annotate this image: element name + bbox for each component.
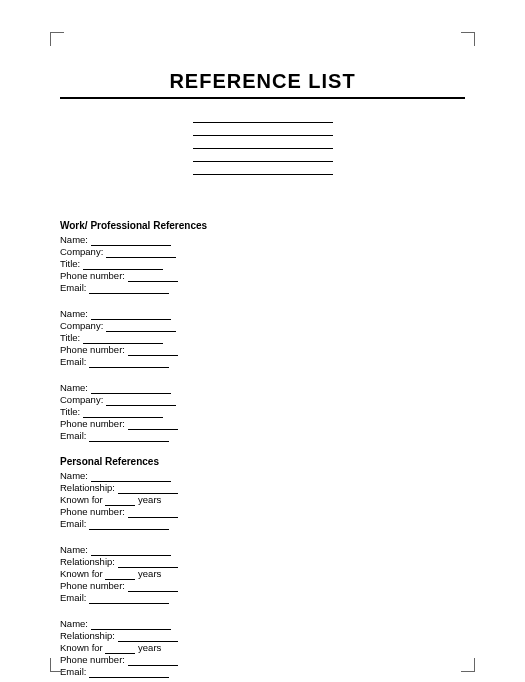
field-email: Email: xyxy=(60,430,465,442)
label-name: Name: xyxy=(60,618,88,629)
header-line xyxy=(193,152,333,162)
label-relationship: Relationship: xyxy=(60,630,115,641)
blank-line xyxy=(83,409,163,418)
field-email: Email: xyxy=(60,592,465,604)
field-relationship: Relationship: xyxy=(60,556,465,568)
label-title: Title: xyxy=(60,332,80,343)
blank-line xyxy=(91,237,171,246)
personal-reference-block: Name: Relationship: Known for years Phon… xyxy=(60,470,465,530)
label-known-for: Known for xyxy=(60,494,103,505)
blank-line xyxy=(91,385,171,394)
blank-line xyxy=(105,571,135,580)
label-phone: Phone number: xyxy=(60,344,125,355)
field-relationship: Relationship: xyxy=(60,630,465,642)
blank-line xyxy=(91,547,171,556)
label-phone: Phone number: xyxy=(60,418,125,429)
label-name: Name: xyxy=(60,544,88,555)
blank-line xyxy=(91,311,171,320)
blank-line xyxy=(83,335,163,344)
blank-line xyxy=(89,433,169,442)
field-company: Company: xyxy=(60,320,465,332)
field-phone: Phone number: xyxy=(60,344,465,356)
personal-reference-block: Name: Relationship: Known for years Phon… xyxy=(60,544,465,604)
blank-line xyxy=(128,657,178,666)
field-email: Email: xyxy=(60,356,465,368)
page-title: REFERENCE LIST xyxy=(60,70,465,99)
label-phone: Phone number: xyxy=(60,506,125,517)
blank-line xyxy=(106,397,176,406)
field-name: Name: xyxy=(60,234,465,246)
label-email: Email: xyxy=(60,356,86,367)
header-line xyxy=(193,139,333,149)
field-phone: Phone number: xyxy=(60,506,465,518)
field-known-for: Known for years xyxy=(60,494,465,506)
field-known-for: Known for years xyxy=(60,568,465,580)
label-title: Title: xyxy=(60,406,80,417)
field-name: Name: xyxy=(60,382,465,394)
work-reference-block: Name: Company: Title: Phone number: Emai… xyxy=(60,234,465,294)
header-line xyxy=(193,165,333,175)
label-title: Title: xyxy=(60,258,80,269)
blank-line xyxy=(89,521,169,530)
blank-line xyxy=(105,497,135,506)
page-content: REFERENCE LIST Work/ Professional Refere… xyxy=(0,0,525,682)
label-email: Email: xyxy=(60,282,86,293)
label-known-for: Known for xyxy=(60,568,103,579)
field-email: Email: xyxy=(60,666,465,678)
blank-line xyxy=(105,645,135,654)
blank-line xyxy=(89,595,169,604)
field-name: Name: xyxy=(60,618,465,630)
blank-line xyxy=(118,633,178,642)
crop-mark-tr xyxy=(461,32,475,46)
blank-line xyxy=(128,347,178,356)
field-phone: Phone number: xyxy=(60,270,465,282)
label-name: Name: xyxy=(60,382,88,393)
field-title: Title: xyxy=(60,258,465,270)
label-company: Company: xyxy=(60,394,103,405)
label-email: Email: xyxy=(60,518,86,529)
field-phone: Phone number: xyxy=(60,418,465,430)
header-blank-lines xyxy=(60,113,465,175)
blank-line xyxy=(89,359,169,368)
label-company: Company: xyxy=(60,320,103,331)
blank-line xyxy=(83,261,163,270)
label-name: Name: xyxy=(60,234,88,245)
label-name: Name: xyxy=(60,470,88,481)
crop-mark-tl xyxy=(50,32,64,46)
field-phone: Phone number: xyxy=(60,580,465,592)
field-name: Name: xyxy=(60,544,465,556)
field-company: Company: xyxy=(60,246,465,258)
blank-line xyxy=(91,621,171,630)
label-known-for: Known for xyxy=(60,642,103,653)
header-line xyxy=(193,126,333,136)
personal-section-heading: Personal References xyxy=(60,456,465,467)
label-years: years xyxy=(138,568,161,579)
label-relationship: Relationship: xyxy=(60,482,115,493)
field-relationship: Relationship: xyxy=(60,482,465,494)
personal-reference-block: Name: Relationship: Known for years Phon… xyxy=(60,618,465,678)
label-email: Email: xyxy=(60,430,86,441)
label-company: Company: xyxy=(60,246,103,257)
field-email: Email: xyxy=(60,282,465,294)
crop-mark-bl xyxy=(50,658,64,672)
blank-line xyxy=(91,473,171,482)
label-email: Email: xyxy=(60,592,86,603)
field-company: Company: xyxy=(60,394,465,406)
work-reference-block: Name: Company: Title: Phone number: Emai… xyxy=(60,382,465,442)
blank-line xyxy=(89,669,169,678)
blank-line xyxy=(106,323,176,332)
header-line xyxy=(193,113,333,123)
field-known-for: Known for years xyxy=(60,642,465,654)
label-years: years xyxy=(138,642,161,653)
label-phone: Phone number: xyxy=(60,580,125,591)
crop-mark-br xyxy=(461,658,475,672)
field-title: Title: xyxy=(60,332,465,344)
blank-line xyxy=(118,485,178,494)
blank-line xyxy=(128,583,178,592)
work-reference-block: Name: Company: Title: Phone number: Emai… xyxy=(60,308,465,368)
blank-line xyxy=(118,559,178,568)
label-relationship: Relationship: xyxy=(60,556,115,567)
label-years: years xyxy=(138,494,161,505)
field-name: Name: xyxy=(60,470,465,482)
blank-line xyxy=(128,273,178,282)
